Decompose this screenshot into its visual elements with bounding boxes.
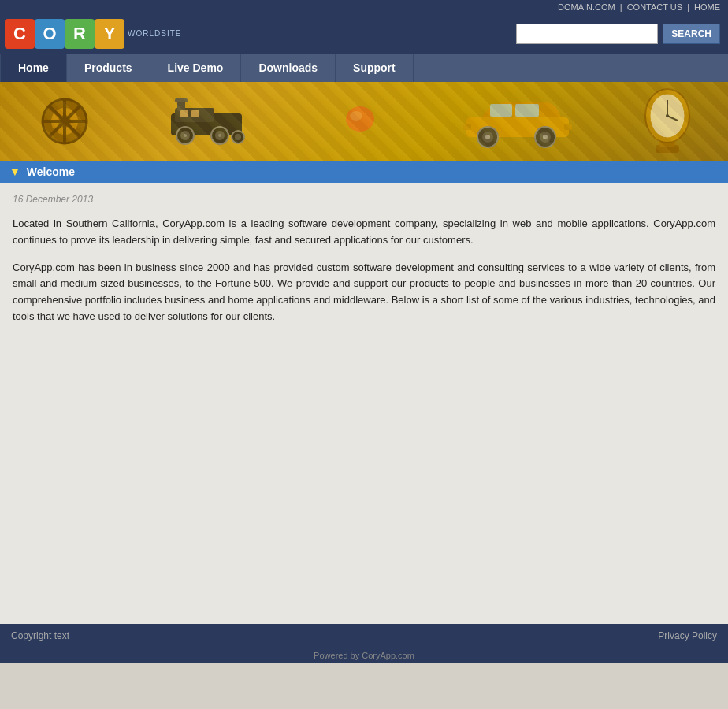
sep1: | bbox=[620, 2, 622, 12]
home-link[interactable]: HOME bbox=[694, 2, 720, 12]
powered-by-text: Powered by CoryApp.com bbox=[314, 651, 414, 660]
search-area: SEARCH bbox=[516, 24, 720, 44]
powered-by-bar: Powered by CoryApp.com bbox=[0, 648, 728, 663]
privacy-policy-link[interactable]: Privacy Policy bbox=[658, 630, 717, 641]
search-button[interactable]: SEARCH bbox=[663, 24, 720, 44]
content-para1: Located in Southern California, CoryApp.… bbox=[13, 216, 715, 249]
sep2: | bbox=[687, 2, 689, 12]
content-date: 16 December 2013 bbox=[13, 194, 715, 205]
header: C O R Y WORLDSITE SEARCH bbox=[0, 14, 728, 54]
logo-worldsite-text: WORLDSITE bbox=[128, 29, 181, 39]
main-nav: Home Products Live Demo Downloads Suppor… bbox=[0, 54, 728, 82]
welcome-arrow-icon: ▼ bbox=[9, 165, 20, 178]
logo-tile-y: Y bbox=[95, 19, 124, 49]
logo-tile-c: C bbox=[5, 19, 35, 49]
nav-downloads[interactable]: Downloads bbox=[241, 54, 336, 82]
nav-support[interactable]: Support bbox=[336, 54, 414, 82]
nav-live-demo[interactable]: Live Demo bbox=[150, 54, 242, 82]
copyright-text: Copyright text bbox=[11, 630, 69, 641]
welcome-title: Welcome bbox=[27, 165, 75, 178]
search-input[interactable] bbox=[516, 24, 658, 44]
nav-home[interactable]: Home bbox=[0, 54, 67, 82]
welcome-bar: ▼ Welcome bbox=[0, 161, 728, 183]
nav-products[interactable]: Products bbox=[67, 54, 150, 82]
contact-link[interactable]: CONTACT US bbox=[627, 2, 683, 12]
logo-tile-r: R bbox=[65, 19, 95, 49]
logo-tile-o: O bbox=[35, 19, 65, 49]
content-area: 16 December 2013 Located in Southern Cal… bbox=[0, 183, 728, 624]
footer: Copyright text Privacy Policy bbox=[0, 624, 728, 648]
logo-box: C O R Y bbox=[5, 19, 124, 49]
banner-bg bbox=[0, 82, 728, 161]
banner bbox=[0, 82, 728, 161]
top-bar: DOMAIN.COM | CONTACT US | HOME bbox=[0, 0, 728, 14]
logo-area: C O R Y WORLDSITE bbox=[5, 19, 181, 49]
domain-link[interactable]: DOMAIN.COM bbox=[558, 2, 615, 12]
content-para2: CoryApp.com has been in business since 2… bbox=[13, 260, 715, 325]
